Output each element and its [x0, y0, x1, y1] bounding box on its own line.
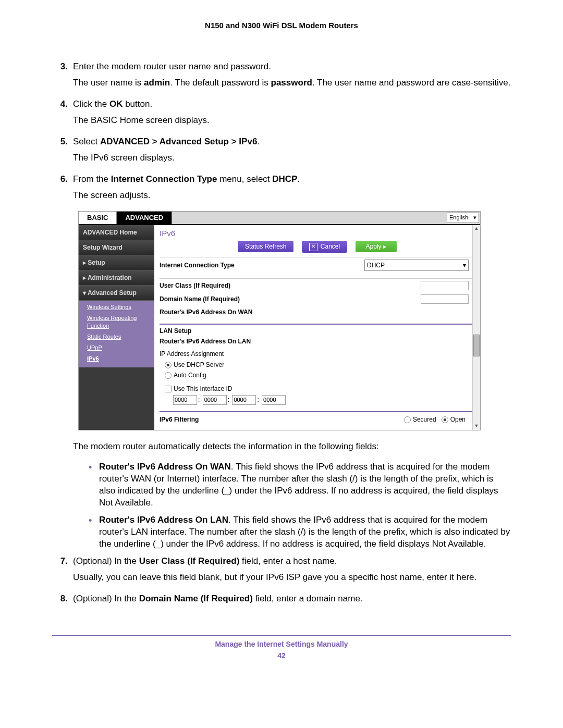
- router-screenshot: BASIC ADVANCED English▾ ADVANCED Home Se…: [78, 211, 481, 430]
- scroll-up-icon[interactable]: ▲: [473, 225, 480, 232]
- step-number: 5.: [52, 136, 73, 168]
- radio-icon: [165, 372, 172, 379]
- sidebar-link-upnp[interactable]: UPnP: [87, 342, 154, 353]
- sidebar-link-repeating[interactable]: Wireless Repeating Function: [87, 313, 154, 331]
- step-text: Enter the modem router user name and pas…: [73, 61, 511, 73]
- chevron-down-icon: ▾: [473, 214, 476, 221]
- chevron-down-icon: ▾: [463, 261, 466, 269]
- step-text: The BASIC Home screen displays.: [73, 115, 511, 127]
- step-number: 7.: [52, 556, 73, 588]
- iface-id-input[interactable]: 0000: [203, 395, 227, 405]
- sidebar-link-ipv6[interactable]: IPv6: [87, 353, 154, 364]
- conn-type-select[interactable]: DHCP▾: [364, 260, 469, 271]
- domain-name-input[interactable]: [421, 294, 469, 304]
- checkbox-icon: [165, 386, 172, 392]
- scroll-thumb[interactable]: [473, 335, 480, 356]
- step-text: The IPv6 screen displays.: [73, 152, 511, 164]
- scrollbar[interactable]: ▲ ▼: [472, 225, 480, 430]
- document-header: N150 and N300 WiFi DSL Modem Routers: [52, 21, 511, 30]
- footer-title: Manage the Internet Settings Manually: [52, 640, 511, 648]
- page-number: 42: [52, 651, 511, 660]
- step-text: (Optional) In the User Class (If Require…: [73, 556, 511, 567]
- cancel-button[interactable]: ✕Cancel: [302, 241, 347, 253]
- sidebar-item-setup[interactable]: ▸ Setup: [79, 255, 154, 270]
- label-lan-addr: Router's IPv6 Address On LAN: [160, 337, 475, 346]
- sidebar-item-wizard[interactable]: Setup Wizard: [79, 240, 154, 255]
- tab-advanced[interactable]: ADVANCED: [117, 212, 172, 224]
- sidebar-item-home[interactable]: ADVANCED Home: [79, 225, 154, 240]
- label-conn-type: Internet Connection Type: [160, 261, 364, 269]
- radio-auto[interactable]: Auto Config: [160, 371, 475, 379]
- radio-icon: [165, 362, 172, 368]
- user-class-input[interactable]: [421, 281, 469, 290]
- radio-dhcp[interactable]: Use DHCP Server: [160, 361, 475, 369]
- step-number: 8.: [52, 593, 73, 609]
- step-text: Click the OK button.: [73, 98, 511, 110]
- step-text: From the Internet Connection Type menu, …: [73, 174, 511, 186]
- apply-button[interactable]: Apply ▸: [356, 241, 397, 252]
- radio-secured[interactable]: Secured: [404, 416, 436, 423]
- label-ip-assign: IP Address Assignment: [160, 350, 475, 358]
- close-icon: ✕: [309, 243, 317, 251]
- page-title: IPv6: [160, 228, 475, 239]
- step-text: The modem router automatically detects t…: [73, 441, 511, 453]
- checkbox-interface-id[interactable]: Use This Interface ID: [160, 385, 475, 393]
- scroll-down-icon[interactable]: ▼: [473, 423, 480, 430]
- sidebar: ADVANCED Home Setup Wizard ▸ Setup ▸ Adm…: [79, 225, 154, 430]
- step-text: (Optional) In the Domain Name (If Requir…: [73, 593, 511, 605]
- step-number: 4.: [52, 98, 73, 131]
- sidebar-item-advanced-setup[interactable]: ▾ Advanced Setup: [79, 286, 154, 301]
- step-number: 6.: [52, 174, 73, 206]
- radio-open[interactable]: Open: [442, 416, 466, 423]
- label-domain-name: Domain Name (If Required): [160, 295, 421, 303]
- label-user-class: User Class (If Required): [160, 281, 421, 290]
- content-pane: ▲ ▼ IPv6 Status Refresh ✕Cancel Apply ▸ …: [154, 225, 480, 430]
- step-text: The screen adjusts.: [73, 190, 511, 202]
- bullet-item: Router's IPv6 Address On LAN. This field…: [89, 514, 511, 550]
- sidebar-item-admin[interactable]: ▸ Administration: [79, 270, 154, 286]
- iface-id-input[interactable]: 0000: [262, 395, 286, 405]
- label-filtering: IPv6 Filtering: [160, 415, 404, 424]
- iface-id-input[interactable]: 0000: [173, 395, 197, 405]
- step-text: Usually, you can leave this field blank,…: [73, 572, 511, 584]
- iface-id-input[interactable]: 0000: [232, 395, 256, 405]
- radio-icon: [404, 416, 411, 423]
- radio-icon: [442, 416, 448, 423]
- sidebar-link-routes[interactable]: Static Routes: [87, 331, 154, 342]
- language-select[interactable]: English▾: [447, 213, 479, 223]
- label-lan-setup: LAN Setup: [160, 327, 475, 335]
- step-number: 3.: [52, 61, 73, 93]
- sidebar-link-wireless[interactable]: Wireless Settings: [87, 302, 154, 313]
- step-text: Select ADVANCED > Advanced Setup > IPv6.: [73, 136, 511, 148]
- label-wan-addr: Router's IPv6 Address On WAN: [160, 308, 475, 316]
- tab-basic[interactable]: BASIC: [79, 212, 117, 224]
- step-text: The user name is admin. The default pass…: [73, 77, 511, 89]
- bullet-item: Router's IPv6 Address On WAN. This field…: [89, 461, 511, 509]
- status-refresh-button[interactable]: Status Refresh: [238, 241, 293, 252]
